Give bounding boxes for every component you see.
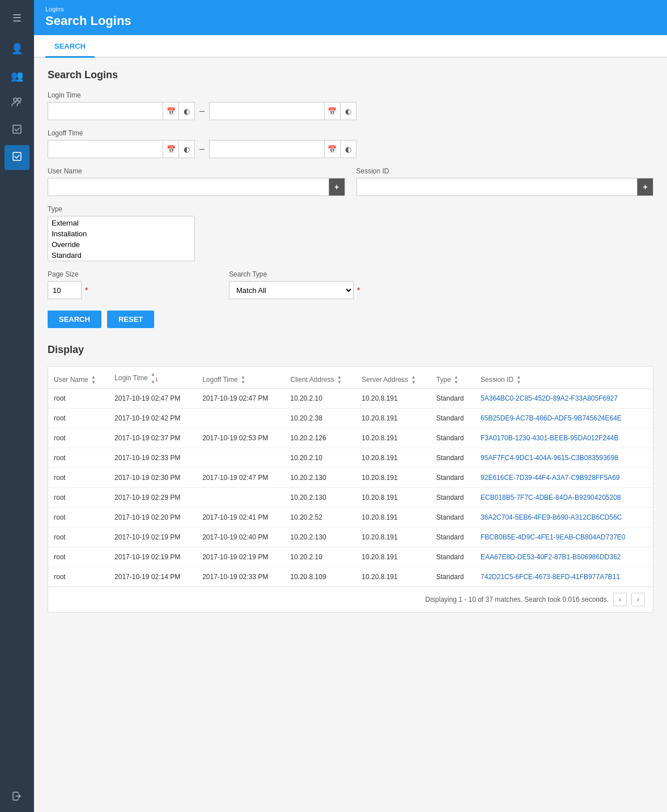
sidebar-item-logins[interactable] <box>5 145 29 170</box>
type-option-installation[interactable]: Installation <box>49 228 193 239</box>
username-sort-desc[interactable]: ▼ <box>91 380 96 385</box>
cell-username: root <box>48 448 109 467</box>
session-id-link[interactable]: 5A364BC0-2C85-452D-89A2-F33A805F6927 <box>481 394 618 402</box>
server-sort-desc[interactable]: ▼ <box>411 380 416 385</box>
login-time-start-input[interactable] <box>48 103 163 120</box>
session-id-link[interactable]: 36A2C704-5EB6-4FE9-B690-A312CB6CD56C <box>481 513 622 521</box>
cell-session_id[interactable]: F3A0170B-1230-4301-BEEB-95DA012F244B <box>475 428 653 448</box>
cell-session_id[interactable]: 5A364BC0-2C85-452D-89A2-F33A805F6927 <box>475 388 653 408</box>
login-time-end-input[interactable] <box>210 103 324 120</box>
session-id-group: Session ID + <box>356 167 654 196</box>
cell-username: root <box>48 547 109 567</box>
login-time-sort[interactable]: ▲ ▼1 <box>151 372 158 385</box>
client-address-sort[interactable]: ▲ ▼ <box>337 375 342 385</box>
cell-session_id[interactable]: 95AF7FC4-9DC1-404A-9615-C3B083593698 <box>475 448 653 467</box>
logoff-time-end-calendar-icon[interactable]: 📅 <box>324 141 340 158</box>
logoff-time-start-input[interactable] <box>48 141 163 158</box>
sidebar-item-logout[interactable] <box>5 785 29 810</box>
table-row: root2017-10-19 02:33 PM10.20.2.1010.20.8… <box>48 448 653 467</box>
sidebar-item-tasks[interactable] <box>5 118 29 143</box>
session-id-link[interactable]: ECB018B5-7F7C-4DBE-84DA-B92904205208 <box>481 494 621 501</box>
page-size-input[interactable] <box>48 281 82 299</box>
session-id-link[interactable]: FBCB0B5E-4D9C-4FE1-9EAB-CB804AD737E0 <box>481 533 625 541</box>
svg-rect-2 <box>13 125 21 133</box>
session-sort-asc[interactable]: ▲ <box>516 375 521 380</box>
sidebar-item-users[interactable]: 👥 <box>5 63 29 88</box>
session-id-input[interactable] <box>357 178 638 195</box>
username-sort[interactable]: ▲ ▼ <box>91 375 96 385</box>
display-section: Display User Name ▲ ▼ <box>48 344 653 613</box>
cell-client_address: 10.20.8.109 <box>284 567 356 586</box>
sidebar-item-user[interactable]: 👤 <box>5 36 29 61</box>
session-id-link[interactable]: EAA67E8D-DE53-40F2-87B1-B506986DD362 <box>481 553 621 561</box>
sidebar-item-roles[interactable] <box>5 91 29 116</box>
form-buttons: SEARCH RESET <box>48 311 653 328</box>
session-id-link[interactable]: 92E616CE-7D39-44F4-A3A7-C9B928FF5A69 <box>481 474 619 482</box>
cell-session_id[interactable]: 92E616CE-7D39-44F4-A3A7-C9B928FF5A69 <box>475 467 653 487</box>
session-id-sort[interactable]: ▲ ▼ <box>516 375 521 385</box>
session-id-link[interactable]: 65B25DE9-AC7B-486D-ADF5-9B745624E64E <box>481 414 622 422</box>
svg-rect-3 <box>13 152 21 160</box>
logoff-time-start-clock-icon[interactable]: ◐ <box>179 141 194 158</box>
cell-session_id[interactable]: 742D21C5-6FCE-4673-8EFD-41FB977A7B11 <box>475 567 653 586</box>
session-id-link[interactable]: 742D21C5-6FCE-4673-8EFD-41FB977A7B11 <box>481 573 620 581</box>
cell-login_time: 2017-10-19 02:47 PM <box>109 388 197 408</box>
hamburger-icon[interactable]: ☰ <box>5 6 29 31</box>
logoff-time-sort-asc[interactable]: ▲ <box>241 375 245 380</box>
session-id-link[interactable]: F3A0170B-1230-4301-BEEB-95DA012F244B <box>481 434 619 442</box>
cell-session_id[interactable]: FBCB0B5E-4D9C-4FE1-9EAB-CB804AD737E0 <box>475 527 653 547</box>
client-sort-asc[interactable]: ▲ <box>337 375 342 380</box>
logoff-time-sort-desc[interactable]: ▼ <box>241 380 245 385</box>
reset-button[interactable]: RESET <box>107 311 154 328</box>
prev-page-button[interactable]: ‹ <box>613 593 627 606</box>
type-option-external[interactable]: External <box>49 218 193 228</box>
type-label: Type <box>48 205 653 213</box>
type-sort[interactable]: ▲ ▼ <box>454 375 458 385</box>
login-time-end-clock-icon[interactable]: ◐ <box>340 103 356 120</box>
username-input[interactable] <box>48 178 329 195</box>
username-add-button[interactable]: + <box>329 178 345 195</box>
type-option-token[interactable]: Token <box>49 261 193 261</box>
cell-session_id[interactable]: 65B25DE9-AC7B-486D-ADF5-9B745624E64E <box>475 408 653 428</box>
session-id-link[interactable]: 95AF7FC4-9DC1-404A-9615-C3B083593698 <box>481 454 618 462</box>
cell-server_address: 10.20.8.191 <box>356 388 430 408</box>
logoff-time-start-calendar-icon[interactable]: 📅 <box>163 141 179 158</box>
svg-point-0 <box>14 98 17 101</box>
page-size-group: Page Size * <box>48 270 218 299</box>
username-group: User Name + <box>48 167 345 196</box>
cell-session_id[interactable]: ECB018B5-7F7C-4DBE-84DA-B92904205208 <box>475 487 653 507</box>
cell-session_id[interactable]: EAA67E8D-DE53-40F2-87B1-B506986DD362 <box>475 547 653 567</box>
logoff-time-end-input[interactable] <box>210 141 324 158</box>
login-time-start-calendar-icon[interactable]: 📅 <box>163 103 179 120</box>
cell-type: Standard <box>431 408 475 428</box>
cell-login_time: 2017-10-19 02:29 PM <box>109 487 197 507</box>
client-sort-desc[interactable]: ▼ <box>337 380 342 385</box>
session-id-add-button[interactable]: + <box>637 178 653 195</box>
type-select[interactable]: External Installation Override Standard … <box>48 216 195 261</box>
login-time-sort-desc[interactable]: ▼1 <box>151 377 158 385</box>
tab-search[interactable]: SEARCH <box>45 35 95 58</box>
svg-point-1 <box>18 98 21 101</box>
server-sort-asc[interactable]: ▲ <box>411 375 416 380</box>
username-sort-asc[interactable]: ▲ <box>91 375 96 380</box>
login-time-end-calendar-icon[interactable]: 📅 <box>324 103 340 120</box>
login-time-start-clock-icon[interactable]: ◐ <box>179 103 194 120</box>
type-option-override[interactable]: Override <box>49 239 193 250</box>
type-sort-asc[interactable]: ▲ <box>454 375 458 380</box>
login-time-sort-asc[interactable]: ▲ <box>151 372 158 377</box>
type-sort-desc[interactable]: ▼ <box>454 380 458 385</box>
search-type-select[interactable]: Match All Match Any <box>229 281 354 299</box>
cell-type: Standard <box>431 507 475 527</box>
search-button[interactable]: SEARCH <box>48 311 101 328</box>
type-option-standard[interactable]: Standard <box>49 250 193 261</box>
logoff-time-end-clock-icon[interactable]: ◐ <box>340 141 356 158</box>
cell-session_id[interactable]: 36A2C704-5EB6-4FE9-B690-A312CB6CD56C <box>475 507 653 527</box>
cell-server_address: 10.20.8.191 <box>356 547 430 567</box>
server-address-sort[interactable]: ▲ ▼ <box>411 375 416 385</box>
logoff-time-sort[interactable]: ▲ ▼ <box>241 375 245 385</box>
cell-login_time: 2017-10-19 02:14 PM <box>109 567 197 586</box>
table-row: root2017-10-19 02:14 PM2017-10-19 02:33 … <box>48 567 653 586</box>
cell-logoff_time: 2017-10-19 02:33 PM <box>197 567 284 586</box>
session-sort-desc[interactable]: ▼ <box>516 380 521 385</box>
next-page-button[interactable]: › <box>631 593 645 606</box>
